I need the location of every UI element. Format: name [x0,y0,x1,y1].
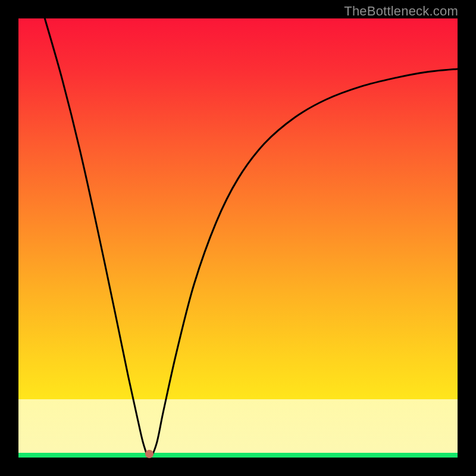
curve-svg [18,18,458,458]
bottleneck-marker [145,450,154,458]
plot-area [18,18,458,458]
chart-stage: TheBottleneck.com [0,0,476,476]
bottleneck-curve [45,18,458,458]
watermark-text: TheBottleneck.com [344,4,458,19]
